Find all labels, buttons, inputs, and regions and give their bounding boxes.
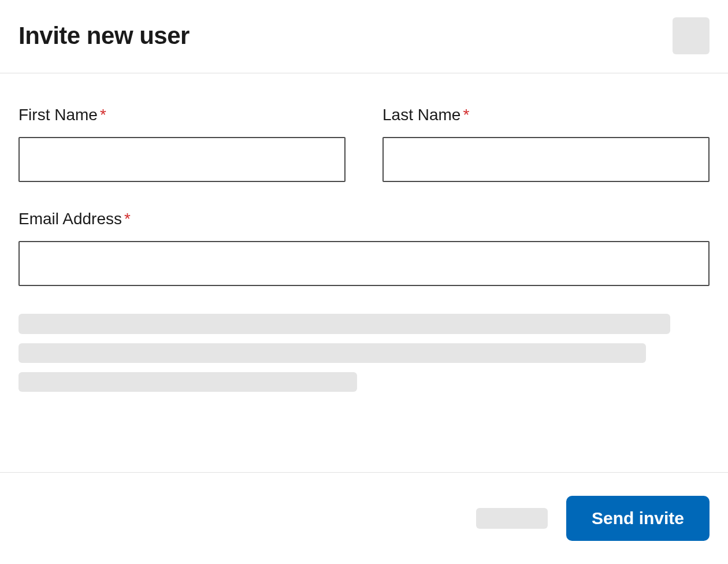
- invite-user-modal: Invite new user First Name* Last Name* E…: [0, 0, 728, 564]
- modal-title: Invite new user: [18, 22, 190, 50]
- close-button[interactable]: [673, 17, 710, 54]
- modal-footer: Send invite: [0, 472, 728, 564]
- last-name-input[interactable]: [382, 137, 710, 182]
- first-name-input[interactable]: [18, 137, 346, 182]
- form-row-email: Email Address*: [18, 210, 710, 286]
- form-group-first-name: First Name*: [18, 106, 346, 182]
- first-name-label-text: First Name: [18, 106, 98, 124]
- form-group-email: Email Address*: [18, 210, 710, 286]
- required-asterisk: *: [100, 106, 106, 124]
- first-name-label: First Name*: [18, 106, 346, 124]
- skeleton-line: [18, 343, 646, 363]
- modal-header: Invite new user: [0, 0, 728, 73]
- required-asterisk: *: [124, 210, 131, 228]
- last-name-label: Last Name*: [382, 106, 710, 124]
- email-input[interactable]: [18, 241, 710, 286]
- send-invite-button[interactable]: Send invite: [566, 496, 710, 541]
- skeleton-placeholder: [18, 314, 710, 392]
- email-label: Email Address*: [18, 210, 710, 228]
- required-asterisk: *: [463, 106, 469, 124]
- email-label-text: Email Address: [18, 210, 122, 228]
- last-name-label-text: Last Name: [382, 106, 460, 124]
- cancel-button[interactable]: [476, 508, 548, 529]
- form-row-name: First Name* Last Name*: [18, 106, 710, 182]
- form-group-last-name: Last Name*: [382, 106, 710, 182]
- skeleton-line: [18, 314, 670, 334]
- modal-body: First Name* Last Name* Email Address*: [0, 73, 728, 472]
- skeleton-line: [18, 372, 357, 392]
